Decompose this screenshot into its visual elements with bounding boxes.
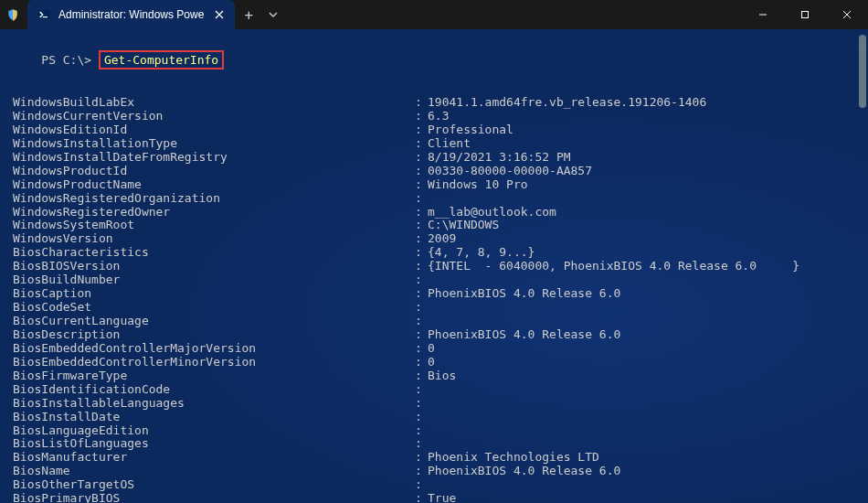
output-row: WindowsRegisteredOrganization: [13, 192, 857, 206]
output-row: BiosEmbeddedControllerMinorVersion: 0 [13, 356, 857, 369]
output-row: BiosCurrentLanguage: [13, 315, 857, 328]
property-name: WindowsRegisteredOwner [13, 206, 415, 219]
output-row: WindowsCurrentVersion: 6.3 [13, 110, 857, 123]
output-row: BiosEmbeddedControllerMajorVersion: 0 [13, 342, 857, 356]
property-name: BiosCaption [13, 287, 415, 301]
minimize-button[interactable] [742, 0, 784, 29]
prompt-text: PS C:\> [41, 53, 91, 67]
terminal-body[interactable]: PS C:\> Get-ComputerInfo WindowsBuildLab… [0, 29, 868, 503]
output-row: WindowsSystemRoot: C:\WINDOWS [13, 219, 857, 232]
property-name: WindowsInstallationType [13, 137, 415, 151]
scrollbar-thumb[interactable] [859, 35, 866, 108]
command-output: WindowsBuildLabEx: 19041.1.amd64fre.vb_r… [13, 96, 857, 503]
property-name: WindowsSystemRoot [13, 219, 415, 232]
tab-title: Administrator: Windows Powe [58, 8, 204, 21]
property-value: 2009 [428, 232, 456, 246]
property-colon: : [415, 328, 428, 342]
output-row: BiosManufacturer: Phoenix Technologies L… [13, 451, 857, 465]
property-name: WindowsCurrentVersion [13, 110, 415, 123]
property-colon: : [415, 411, 428, 424]
property-value: Bios [428, 369, 456, 383]
property-value: C:\WINDOWS [428, 219, 499, 232]
property-value: Client [428, 137, 471, 151]
output-row: WindowsInstallationType: Client [13, 137, 857, 151]
property-value: 00330-80000-00000-AA857 [428, 165, 592, 178]
output-row: BiosLanguageEdition: [13, 424, 857, 438]
property-name: BiosManufacturer [13, 451, 415, 465]
property-value: m__lab@outlook.com [428, 206, 556, 219]
tab-powershell[interactable]: Administrator: Windows Powe [27, 0, 235, 29]
close-window-button[interactable] [826, 0, 868, 29]
titlebar: Administrator: Windows Powe + [0, 0, 868, 29]
property-colon: : [415, 232, 428, 246]
output-row: WindowsInstallDateFromRegistry: 8/19/202… [13, 151, 857, 165]
window-controls [742, 0, 868, 29]
property-colon: : [415, 206, 428, 219]
output-row: BiosListOfLanguages: [13, 437, 857, 451]
property-colon: : [415, 110, 428, 123]
property-name: WindowsBuildLabEx [13, 96, 415, 110]
property-colon: : [415, 424, 428, 438]
property-name: BiosOtherTargetOS [13, 478, 415, 492]
property-value: Windows 10 Pro [428, 178, 528, 192]
property-value: PhoenixBIOS 4.0 Release 6.0 [428, 328, 620, 342]
property-name: BiosCurrentLanguage [13, 315, 415, 328]
tabs-dropdown-button[interactable] [262, 0, 284, 29]
property-colon: : [415, 397, 428, 411]
output-row: BiosDescription: PhoenixBIOS 4.0 Release… [13, 328, 857, 342]
output-row: BiosPrimaryBIOS: True [13, 492, 857, 503]
property-value: 19041.1.amd64fre.vb_release.191206-1406 [428, 96, 706, 110]
output-row: WindowsProductId: 00330-80000-00000-AA85… [13, 165, 857, 178]
property-colon: : [415, 356, 428, 369]
property-colon: : [415, 465, 428, 478]
property-colon: : [415, 165, 428, 178]
property-value: PhoenixBIOS 4.0 Release 6.0 [428, 287, 620, 301]
output-row: BiosCaption: PhoenixBIOS 4.0 Release 6.0 [13, 287, 857, 301]
property-colon: : [415, 369, 428, 383]
svg-rect-1 [802, 12, 809, 18]
new-tab-button[interactable]: + [235, 0, 262, 29]
property-colon: : [415, 478, 428, 492]
maximize-button[interactable] [784, 0, 826, 29]
prompt-line: PS C:\> Get-ComputerInfo [13, 37, 857, 83]
property-value: Professional [428, 123, 513, 137]
powershell-icon [37, 7, 51, 22]
property-colon: : [415, 437, 428, 451]
output-row: WindowsProductName: Windows 10 Pro [13, 178, 857, 192]
output-row: BiosFirmwareType: Bios [13, 369, 857, 383]
output-row: WindowsEditionId: Professional [13, 123, 857, 137]
property-colon: : [415, 178, 428, 192]
property-name: BiosIdentificationCode [13, 383, 415, 397]
property-name: BiosName [13, 465, 415, 478]
output-row: BiosInstallDate: [13, 411, 857, 424]
property-name: WindowsRegisteredOrganization [13, 192, 415, 206]
property-colon: : [415, 451, 428, 465]
property-name: WindowsInstallDateFromRegistry [13, 151, 415, 165]
property-name: BiosEmbeddedControllerMinorVersion [13, 356, 415, 369]
admin-shield-icon [5, 7, 20, 22]
property-name: WindowsEditionId [13, 123, 415, 137]
property-name: BiosCharacteristics [13, 246, 415, 260]
property-name: BiosListOfLanguages [13, 437, 415, 451]
property-colon: : [415, 246, 428, 260]
property-value: Phoenix Technologies LTD [428, 451, 599, 465]
property-colon: : [415, 260, 428, 273]
property-value: 0 [428, 356, 435, 369]
property-colon: : [415, 273, 428, 287]
property-name: BiosLanguageEdition [13, 424, 415, 438]
property-colon: : [415, 192, 428, 206]
property-value: {4, 7, 8, 9...} [428, 246, 535, 260]
property-name: BiosDescription [13, 328, 415, 342]
property-colon: : [415, 287, 428, 301]
tab-close-button[interactable] [211, 6, 228, 23]
output-row: BiosBIOSVersion: {INTEL - 6040000, Phoen… [13, 260, 857, 273]
property-colon: : [415, 219, 428, 232]
command-highlight: Get-ComputerInfo [99, 50, 224, 70]
property-value: 6.3 [428, 110, 449, 123]
property-colon: : [415, 342, 428, 356]
property-colon: : [415, 315, 428, 328]
property-colon: : [415, 123, 428, 137]
property-value: 0 [428, 342, 435, 356]
property-name: WindowsProductId [13, 165, 415, 178]
output-row: BiosName: PhoenixBIOS 4.0 Release 6.0 [13, 465, 857, 478]
